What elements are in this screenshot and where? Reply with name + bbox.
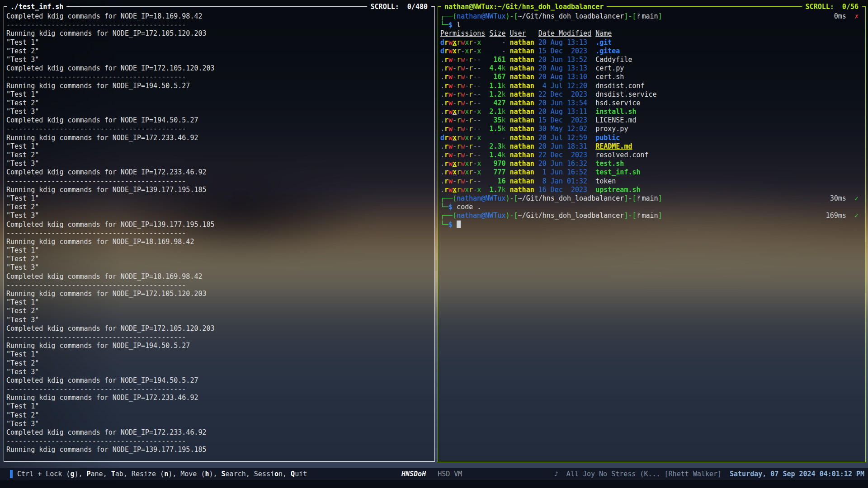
prompt-line: ┌──(nathan@NWTux)-[~/Git/hns_doh_loadbal… [440,211,863,220]
file-name: cert.sh [595,73,624,81]
left-pane-frame-top: ./test_inf.sh SCROLL: 0/480 [4,3,435,11]
file-row: .rw-rw-r-- 1.5k nathan 30 May 12:02 prox… [440,125,863,133]
command-duration: 30ms ✓ [830,194,859,203]
terminal-line: "Test 1" [6,38,432,47]
terminal-line: Completed kdig commands for NODE_IP=18.1… [6,272,432,281]
command-line: └─$ [440,221,863,229]
file-name: .git [595,38,612,47]
file-row: .rw-rw-r-- 4.4k nathan 20 Aug 13:13 cert… [440,64,863,73]
file-name: test.sh [595,160,624,168]
terminal-line: ----------------------------------------… [6,125,432,133]
terminal-line: "Test 1" [6,298,432,307]
right-pane-terminal-output[interactable]: ┌──(nathan@NWTux)-[~/Git/hns_doh_loadbal… [438,11,866,462]
tab-hsd-vm[interactable]: HSD VM [438,470,462,478]
terminal-line: "Test 2" [6,151,432,160]
right-pane-corner-tl [438,6,441,11]
terminal-line: ----------------------------------------… [6,437,432,446]
music-note-icon: ♪ [554,470,558,478]
left-pane-border-line [66,6,367,11]
terminal-line: Completed kdig commands for NODE_IP=194.… [6,116,432,125]
file-name: test_inf.sh [595,168,640,176]
terminal-line: Running kdig commands for NODE_IP=139.17… [6,186,432,194]
terminal-line: Completed kdig commands for NODE_IP=172.… [6,168,432,177]
zellij-status-bar: Ctrl + Lock (g), Pane, Tab, Resize (n), … [0,468,868,488]
command-duration: 169ms ✓ [826,211,859,220]
terminal-line: Running kdig commands for NODE_IP=172.23… [6,394,432,402]
left-pane-terminal-output[interactable]: Completed kdig commands for NODE_IP=18.1… [4,11,435,462]
file-name: public [595,134,620,142]
terminal-line: "Test 2" [6,255,432,263]
now-playing: ♪ All Joy No Stress (K... [Rhett Walker] [554,470,722,478]
prompt-line: ┌──(nathan@NWTux)-[~/Git/hns_doh_loadbal… [440,12,863,21]
terminal-line: ----------------------------------------… [6,333,432,342]
terminal-line: Running kdig commands for NODE_IP=194.50… [6,82,432,90]
file-name: install.sh [595,108,636,116]
terminal-line: Completed kdig commands for NODE_IP=172.… [6,428,432,437]
listing-header: Permissions Size User Date Modified Name [440,29,863,38]
terminal-line: Running kdig commands for NODE_IP=172.23… [6,134,432,142]
file-name: cert.py [595,64,624,72]
keybind-hints: Ctrl + Lock (g), Pane, Tab, Resize (n), … [17,470,307,478]
terminal-line: "Test 1" [6,194,432,203]
terminal-line: "Test 3" [6,368,432,376]
terminal-line: "Test 2" [6,47,432,56]
terminal-line: "Test 2" [6,359,432,368]
prompt-line: ┌──(nathan@NWTux)-[~/Git/hns_doh_loadbal… [440,194,863,203]
terminal-line: "Test 1" [6,402,432,411]
file-row: .rw-rw-r-- 2.3k nathan 20 Jun 18:31 READ… [440,142,863,151]
file-row: .rwxrwxr-x 1.7k nathan 16 Dec 2023 upstr… [440,186,863,194]
terminal-line: "Test 2" [6,307,432,315]
terminal-line: Completed kdig commands for NODE_IP=172.… [6,324,432,333]
terminal-line: ----------------------------------------… [6,281,432,290]
terminal-line: "Test 3" [6,263,432,272]
file-row: .rw-rw-r-- 161 nathan 20 Jun 13:52 Caddy… [440,56,863,64]
pane-test-script[interactable]: ./test_inf.sh SCROLL: 0/480 Completed kd… [4,3,435,462]
right-pane-border-line [607,6,802,11]
command-line: └─$ l [440,21,863,29]
right-pane-corner-tr [862,6,866,11]
file-name: README.md [595,142,632,150]
terminal-line: "Test 3" [6,56,432,64]
terminal-line: "Test 2" [6,203,432,211]
file-row: drwxrwxr-x - nathan 20 Jul 12:59 public [440,134,863,142]
file-name: dnsdist.service [595,90,656,99]
clock: Saturday, 07 Sep 2024 04:01:12 PM [730,470,864,478]
terminal-line: "Test 3" [6,160,432,168]
tab-bar: HNSDoHHSD VM [401,468,462,480]
terminal-line: Running kdig commands for NODE_IP=139.17… [6,446,432,454]
terminal-line: "Test 1" [6,90,432,99]
file-name: proxy.py [595,125,628,133]
terminal-line: "Test 2" [6,99,432,108]
git-branch-icon [637,212,642,219]
pane-shell[interactable]: nathan@NWTux:~/Git/hns_doh_loadbalancer … [438,3,866,462]
terminal-line: "Test 3" [6,420,432,428]
file-name: Caddyfile [595,56,632,64]
terminal-line: "Test 1" [6,142,432,151]
tab-hnsdoh[interactable]: HNSDoH [401,470,426,478]
git-branch-icon [637,13,642,19]
terminal-line: Completed kdig commands for NODE_IP=172.… [6,64,432,73]
file-name: .gitea [595,47,620,55]
file-row: drwxr-xr-x - nathan 15 Dec 2023 .gitea [440,47,863,56]
git-branch-icon [637,195,642,202]
file-row: .rw-rw-r-- 35k nathan 15 Dec 2023 LICENS… [440,116,863,125]
file-row: .rw-rw-r-- 1.2k nathan 22 Dec 2023 dnsdi… [440,90,863,99]
terminal-line: "Test 3" [6,108,432,116]
terminal-line: ----------------------------------------… [6,229,432,238]
file-name: LICENSE.md [595,116,636,124]
command-duration: 0ms ✗ [834,12,859,21]
command-line: └─$ code . [440,203,863,211]
left-pane-corner-tl [4,6,7,11]
file-row: .rw-rw-r-- 167 nathan 20 Aug 13:10 cert.… [440,73,863,81]
terminal-line: "Test 1" [6,246,432,255]
terminal-line: Completed kdig commands for NODE_IP=18.1… [6,12,432,21]
file-row: drwxrwxr-x - nathan 20 Aug 13:13 .git [440,38,863,47]
file-name: dnsdist.conf [595,82,644,90]
file-row: .rwxrwxr-x 777 nathan 1 Jun 16:52 test_i… [440,168,863,177]
terminal-line: Running kdig commands for NODE_IP=18.169… [6,238,432,246]
terminal-line: Running kdig commands for NODE_IP=172.10… [6,29,432,38]
terminal-line: ----------------------------------------… [6,21,432,29]
terminal-line: "Test 3" [6,316,432,324]
mode-indicator-block [10,470,13,478]
terminal-cursor [457,221,461,228]
